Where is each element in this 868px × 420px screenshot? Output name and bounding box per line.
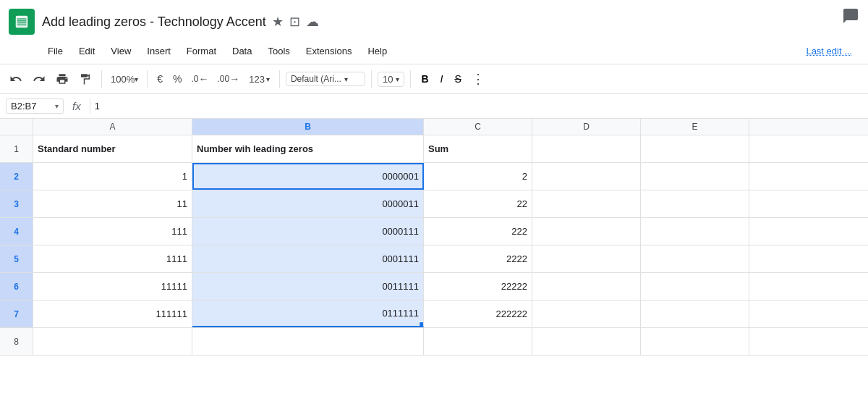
cell-d8[interactable] — [532, 328, 641, 355]
cell-c5[interactable]: 2222 — [424, 245, 532, 272]
cell-e3[interactable] — [641, 190, 749, 217]
table-row: 6 11111 0011111 22222 — [0, 273, 868, 301]
cell-b5[interactable]: 0001111 — [192, 245, 424, 272]
col-header-e[interactable]: E — [641, 119, 749, 135]
cell-c6[interactable]: 22222 — [424, 273, 532, 300]
cell-c1[interactable]: Sum — [424, 135, 532, 162]
num-format-label: 123 — [249, 74, 265, 85]
col-header-b[interactable]: B — [192, 119, 424, 135]
col-header-a[interactable]: A — [33, 119, 192, 135]
cell-a3[interactable]: 11 — [33, 190, 192, 217]
menu-format[interactable]: Format — [179, 43, 224, 59]
table-row: 7 111111 0111111 222222 — [0, 301, 868, 328]
last-edit-link[interactable]: Last edit ... — [799, 43, 859, 59]
cell-a8[interactable] — [33, 328, 192, 355]
menu-bar: File Edit View Insert Format Data Tools … — [0, 38, 868, 64]
doc-title[interactable]: Add leading zeros - Technology Accent — [42, 14, 266, 30]
col-header-c[interactable]: C — [424, 119, 532, 135]
zoom-control[interactable]: 100% ▾ — [108, 72, 141, 86]
cell-e4[interactable] — [641, 218, 749, 245]
undo-button[interactable] — [6, 70, 26, 88]
row-num-4[interactable]: 4 — [0, 218, 33, 245]
comment-icon[interactable] — [842, 7, 859, 28]
svg-rect-3 — [17, 22, 27, 23]
row-num-8[interactable]: 8 — [0, 328, 33, 355]
percent-button[interactable]: % — [169, 71, 185, 87]
cell-d4[interactable] — [532, 218, 641, 245]
toolbar-divider-1 — [101, 70, 102, 88]
fx-label: fx — [68, 100, 85, 112]
cell-b7[interactable]: 0111111 — [192, 301, 424, 327]
formula-value[interactable]: 1 — [95, 101, 100, 112]
cell-a7[interactable]: 111111 — [33, 301, 192, 327]
menu-edit[interactable]: Edit — [72, 43, 102, 59]
star-icon[interactable]: ★ — [272, 14, 284, 30]
font-select[interactable]: Default (Ari... ▾ — [286, 72, 365, 86]
cell-a5[interactable]: 1111 — [33, 245, 192, 272]
cell-d7[interactable] — [532, 301, 641, 327]
strikethrough-button[interactable]: S — [450, 71, 465, 87]
row-num-5[interactable]: 5 — [0, 245, 33, 272]
cell-e6[interactable] — [641, 273, 749, 300]
cell-c4[interactable]: 222 — [424, 218, 532, 245]
more-toolbar-button[interactable]: ⋮ — [472, 71, 485, 87]
cloud-icon[interactable]: ☁ — [306, 14, 319, 30]
menu-help[interactable]: Help — [360, 43, 394, 59]
table-row: 1 Standard number Number wih leading zer… — [0, 135, 868, 163]
menu-file[interactable]: File — [41, 43, 70, 59]
cell-a1[interactable]: Standard number — [33, 135, 192, 162]
cell-b4[interactable]: 0000111 — [192, 218, 424, 245]
menu-tools[interactable]: Tools — [260, 43, 297, 59]
cell-d1[interactable] — [532, 135, 641, 162]
folder-icon[interactable]: ⊡ — [289, 14, 300, 30]
svg-rect-0 — [16, 16, 28, 28]
cell-b6[interactable]: 0011111 — [192, 273, 424, 300]
cell-c7[interactable]: 222222 — [424, 301, 532, 327]
cell-a2[interactable]: 1 — [33, 163, 192, 190]
menu-view[interactable]: View — [103, 43, 138, 59]
cell-d3[interactable] — [532, 190, 641, 217]
title-bar: Add leading zeros - Technology Accent ★ … — [0, 0, 868, 38]
cell-e5[interactable] — [641, 245, 749, 272]
paint-format-button[interactable] — [75, 70, 95, 88]
print-button[interactable] — [52, 70, 72, 88]
decimal-decrease-button[interactable]: .0← — [189, 71, 212, 87]
cell-e2[interactable] — [641, 163, 749, 190]
cell-c3[interactable]: 22 — [424, 190, 532, 217]
bold-button[interactable]: B — [417, 71, 433, 87]
font-name-label: Default (Ari... — [291, 74, 341, 84]
col-header-d[interactable]: D — [532, 119, 641, 135]
row-num-7[interactable]: 7 — [0, 301, 33, 327]
row-num-6[interactable]: 6 — [0, 273, 33, 300]
cell-reference[interactable]: B2:B7 ▾ — [6, 98, 64, 114]
cell-b1[interactable]: Number wih leading zeros — [192, 135, 424, 162]
italic-button[interactable]: I — [436, 71, 448, 87]
cell-d5[interactable] — [532, 245, 641, 272]
menu-extensions[interactable]: Extensions — [299, 43, 359, 59]
title-area: Add leading zeros - Technology Accent ★ … — [42, 14, 859, 30]
cell-b2[interactable]: 0000001 — [192, 163, 424, 190]
cell-b3[interactable]: 0000011 — [192, 190, 424, 217]
cell-e7[interactable] — [641, 301, 749, 327]
row-num-3[interactable]: 3 — [0, 190, 33, 217]
row-num-2[interactable]: 2 — [0, 163, 33, 190]
table-row: 2 1 0000001 2 — [0, 163, 868, 190]
currency-button[interactable]: € — [153, 71, 166, 87]
cell-c8[interactable] — [424, 328, 532, 355]
cell-e8[interactable] — [641, 328, 749, 355]
number-format-button[interactable]: 123 ▾ — [245, 72, 273, 86]
cell-b8[interactable] — [192, 328, 424, 355]
cell-a4[interactable]: 111 — [33, 218, 192, 245]
row-num-1[interactable]: 1 — [0, 135, 33, 162]
cell-a6[interactable]: 11111 — [33, 273, 192, 300]
cell-ref-dropdown[interactable]: ▾ — [55, 102, 59, 110]
menu-data[interactable]: Data — [225, 43, 259, 59]
cell-e1[interactable] — [641, 135, 749, 162]
cell-c2[interactable]: 2 — [424, 163, 532, 190]
cell-d2[interactable] — [532, 163, 641, 190]
cell-d6[interactable] — [532, 273, 641, 300]
redo-button[interactable] — [29, 70, 49, 88]
menu-insert[interactable]: Insert — [140, 43, 178, 59]
font-size-control[interactable]: 10 ▾ — [378, 72, 404, 87]
decimal-increase-button[interactable]: .00→ — [215, 71, 243, 87]
